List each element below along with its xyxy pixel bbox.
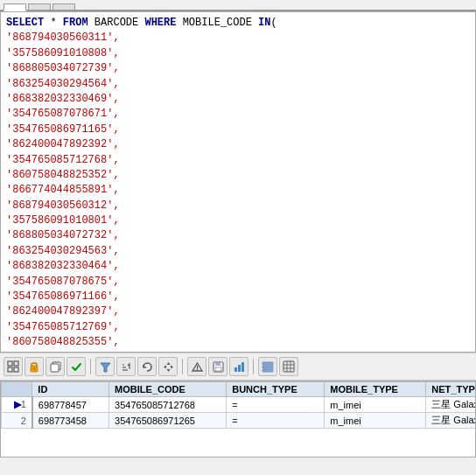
svg-rect-20 <box>215 362 221 366</box>
svg-rect-24 <box>238 365 241 372</box>
row-indicator: 2 <box>2 413 32 429</box>
cell-bunch-type: = <box>227 413 325 429</box>
flag-button[interactable] <box>66 357 86 376</box>
svg-rect-23 <box>234 367 237 372</box>
tab-bar <box>0 0 476 11</box>
svg-marker-8 <box>101 363 110 372</box>
cell-mobile-code: 354765085712768 <box>109 397 227 413</box>
svg-rect-26 <box>262 362 273 365</box>
svg-rect-29 <box>284 361 294 372</box>
refresh-button[interactable] <box>137 357 157 376</box>
col-header-bunch-type: BUNCH_TYPE <box>227 382 325 397</box>
tab-sql[interactable] <box>4 3 26 11</box>
results-grid[interactable]: ID MOBILE_CODE BUNCH_TYPE MOBILE_TYPE NE… <box>0 381 476 458</box>
copy-button[interactable] <box>46 357 65 376</box>
svg-rect-1 <box>14 361 18 366</box>
table-row[interactable]: 2 698773458 354765086971265 = m_imei 三星 … <box>2 413 477 429</box>
sort-asc-button[interactable] <box>116 357 136 376</box>
grid-button[interactable] <box>4 357 23 376</box>
sep3 <box>253 359 254 374</box>
move-button[interactable] <box>158 357 178 376</box>
svg-marker-12 <box>166 362 170 365</box>
svg-point-5 <box>33 367 35 369</box>
chart-button[interactable] <box>229 357 248 376</box>
sep1 <box>90 359 91 374</box>
svg-marker-14 <box>164 365 166 368</box>
cell-net-type: 三星 Galaxy S8 <box>426 397 476 413</box>
cell-id: 698778457 <box>32 397 109 413</box>
toolbar <box>0 353 476 381</box>
sql-editor[interactable]: SELECT * FROM BARCODE WHERE MOBILE_CODE … <box>0 11 476 353</box>
lock-button[interactable] <box>24 357 44 376</box>
results-section: ID MOBILE_CODE BUNCH_TYPE MOBILE_TYPE NE… <box>0 381 476 458</box>
col-header-rownum <box>2 382 32 397</box>
cell-mobile-type: m_imei <box>325 413 426 429</box>
table-button[interactable] <box>279 357 298 376</box>
svg-rect-28 <box>262 369 273 372</box>
cell-bunch-type: = <box>227 397 325 413</box>
results-table: ID MOBILE_CODE BUNCH_TYPE MOBILE_TYPE NE… <box>1 381 476 429</box>
cell-mobile-type: m_imei <box>325 397 426 413</box>
svg-marker-15 <box>171 365 173 368</box>
svg-rect-2 <box>8 367 12 372</box>
col-header-id: ID <box>32 382 109 397</box>
tab-output[interactable] <box>28 3 51 10</box>
svg-rect-0 <box>8 361 12 366</box>
sep2 <box>182 359 183 374</box>
tab-statistics[interactable] <box>52 3 75 10</box>
cell-mobile-code: 354765086971265 <box>109 413 227 429</box>
col-header-mobile-type: MOBILE_TYPE <box>325 382 426 397</box>
save-button[interactable] <box>208 357 228 376</box>
cell-net-type: 三星 Galaxy S8 <box>426 413 476 429</box>
col-header-net-type: NET_TYPE <box>426 382 476 397</box>
svg-point-18 <box>196 369 198 371</box>
svg-rect-7 <box>51 364 59 372</box>
svg-marker-13 <box>166 369 170 372</box>
svg-rect-22 <box>220 362 222 365</box>
svg-rect-3 <box>14 367 18 372</box>
layers-button[interactable] <box>258 357 277 376</box>
svg-rect-25 <box>242 362 244 372</box>
cell-id: 698773458 <box>32 413 109 429</box>
table-row[interactable]: ▶1 698778457 354765085712768 = m_imei 三星… <box>2 397 477 413</box>
filter-button[interactable] <box>95 357 115 376</box>
col-header-mobile-code: MOBILE_CODE <box>109 382 227 397</box>
triangle-up-button[interactable] <box>187 357 206 376</box>
row-indicator: ▶1 <box>2 397 32 413</box>
svg-rect-27 <box>262 366 273 368</box>
